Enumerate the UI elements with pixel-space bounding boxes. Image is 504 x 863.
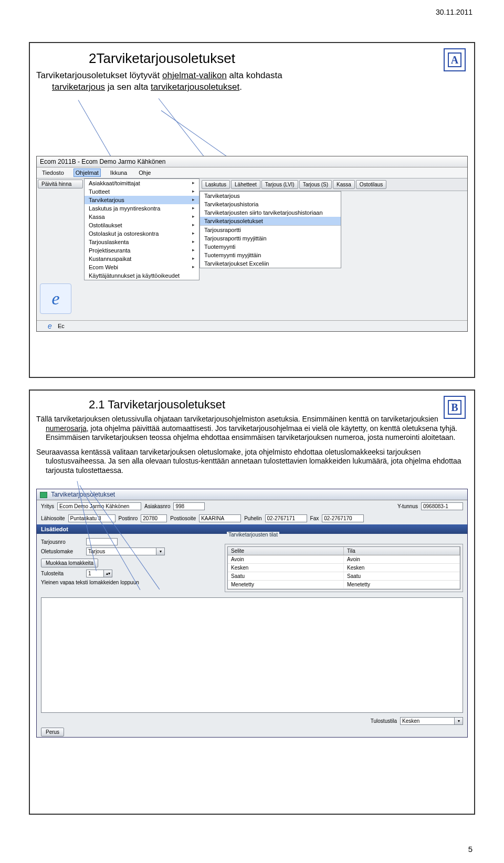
- dd1-item[interactable]: Ostolaskut ja ostoreskontra▸: [85, 229, 199, 238]
- toolbar-tarjous-lvi[interactable]: Tarjous (LVI): [261, 180, 298, 189]
- ecom-small-icon: e: [44, 322, 56, 330]
- lbl-tulosteita: Tulosteita: [41, 571, 83, 576]
- lbl-asiakasnro: Asiakasnro: [144, 503, 170, 509]
- dropdown-tarviketarjous: TarviketarjousTarviketarjoushistoriaTarv…: [200, 191, 341, 268]
- lbl-oletuslomake: Oletuslomake: [41, 549, 83, 554]
- p-a-seg1: Tarviketarjousoletukset löytyvät: [36, 70, 162, 80]
- toolbar-lahetteet[interactable]: Lähetteet: [231, 180, 260, 189]
- menu-tiedosto[interactable]: Tiedosto: [40, 169, 66, 177]
- menu-ikkuna[interactable]: Ikkuna: [108, 169, 129, 177]
- p-a-u3: tarviketarjousoletukset: [151, 82, 239, 92]
- document-date: 30.11.2011: [436, 8, 472, 16]
- toolbar: Laskutus Lähetteet Tarjous (LVI) Tarjous…: [200, 178, 467, 191]
- slide-a-title: 2Tarviketarjousoletukset: [89, 50, 468, 67]
- menu-ohje[interactable]: Ohje: [136, 169, 153, 177]
- fld-postinro[interactable]: 20780: [141, 514, 167, 522]
- left-column: Tarjousnro Oletuslomake Tarjous ▾ Muokka…: [41, 537, 219, 592]
- th-selite: Selite: [228, 547, 344, 555]
- lbl-tulostustila: Tulostustila: [371, 718, 397, 724]
- fld-postiosoite[interactable]: KAARINA: [199, 514, 241, 522]
- toolbar-kassa[interactable]: Kassa: [333, 180, 355, 189]
- spinner-icon[interactable]: ▴▾: [104, 570, 112, 577]
- dd1-item[interactable]: Projektiseuranta▸: [85, 246, 199, 255]
- free-text-area[interactable]: [41, 597, 463, 713]
- paivita-button[interactable]: Päivitä hinna: [38, 180, 83, 188]
- dd2-item[interactable]: Tarjousraportti myyjittäin: [200, 234, 341, 243]
- badge-a-letter: A: [448, 52, 461, 67]
- slide-a: A 2Tarviketarjousoletukset Tarviketarjou…: [29, 42, 475, 378]
- p-b1-u: numerosarja: [46, 424, 87, 433]
- fld-ytunnus[interactable]: 0968083-1: [421, 502, 463, 510]
- toolbar-tarjous-s[interactable]: Tarjous (S): [299, 180, 332, 189]
- lbl-lahiosoite: Lähiosoite: [41, 515, 65, 521]
- dd2-item[interactable]: Tuotemyynti: [200, 243, 341, 251]
- badge-b-letter: B: [448, 400, 461, 415]
- dd2-item[interactable]: Tarviketarjous: [200, 192, 341, 200]
- slide-a-paragraph: Tarviketarjousoletukset löytyvät ohjelma…: [36, 70, 468, 93]
- fld-tulosteita[interactable]: 1: [86, 570, 104, 577]
- window-title-bar: Ecom 2011B - Ecom Demo Jarmo Kähkönen: [37, 156, 467, 167]
- table-row[interactable]: MenetettyMenetetty: [228, 581, 460, 589]
- dd1-item[interactable]: Kassa▸: [85, 213, 199, 221]
- dd1-item[interactable]: Ostotilaukset▸: [85, 221, 199, 229]
- muokkaa-button[interactable]: Muokkaa lomakkeita: [41, 559, 98, 567]
- lbl-fax: Fax: [310, 515, 319, 521]
- dd1-item[interactable]: Kustannuspaikat▸: [85, 255, 199, 263]
- lbl-postiosoite: Postiosoite: [170, 515, 196, 521]
- slide-b-para1: Tällä tarviketarjouksen oletussivulla oh…: [36, 415, 468, 443]
- dd2-item[interactable]: Tarviketarjoukset Exceliin: [200, 259, 341, 268]
- dd2-item[interactable]: Tarviketarjousoletukset: [200, 217, 341, 225]
- lbl-ytunnus: Y-tunnus: [397, 503, 418, 509]
- p-b2: Seuraavassa kentässä valitaan tarviketar…: [36, 448, 468, 476]
- page-number: 5: [468, 845, 472, 854]
- p-a-seg3: ja sen alta: [105, 82, 151, 92]
- slide-b-title: 2.1 Tarviketarjousoletukset: [89, 398, 468, 412]
- toolbar-ostotilaus[interactable]: Ostotilaus: [356, 180, 386, 189]
- lbl-yritys: Yritys: [41, 503, 54, 509]
- lbl-puhelin: Puhelin: [244, 515, 261, 521]
- toolbar-laskutus[interactable]: Laskutus: [202, 180, 230, 189]
- dd2-item[interactable]: Tarviketarjoushistoria: [200, 200, 341, 208]
- p-a-seg2: alta kohdasta: [227, 70, 282, 80]
- badge-a: A: [444, 48, 466, 71]
- slide-b: B 2.1 Tarviketarjousoletukset Tällä tarv…: [29, 390, 475, 815]
- fld-tulostustila[interactable]: Kesken: [400, 717, 455, 725]
- menu-bar: Tiedosto Ohjelmat Ikkuna Ohje: [37, 167, 467, 178]
- table-row[interactable]: KeskenKesken: [228, 564, 460, 572]
- p-a-seg4: .: [239, 82, 242, 92]
- fld-asiakasnro[interactable]: 998: [173, 502, 205, 510]
- slide-b-para2: Seuraavassa kentässä valitaan tarviketar…: [36, 448, 468, 476]
- ec-label: Ec: [58, 323, 65, 329]
- th-tila: Tila: [344, 547, 460, 555]
- fld-oletuslomake[interactable]: Tarjous: [86, 548, 156, 555]
- dd2-item[interactable]: Tarjousraportti: [200, 226, 341, 234]
- menu-ohjelmat[interactable]: Ohjelmat: [74, 169, 101, 177]
- fld-puhelin[interactable]: 02-2767171: [265, 514, 307, 522]
- tilat-table: Selite Tila AvoinAvoinKeskenKeskenSaatuS…: [227, 546, 460, 590]
- dropdown-ohjelmat: Asiakkaat/toimittajat▸Tuotteet▸Tarviketa…: [84, 178, 200, 280]
- fld-fax[interactable]: 02-2767170: [322, 514, 364, 522]
- dd1-item[interactable]: Tarviketarjous▸: [85, 196, 199, 204]
- combo-down-icon[interactable]: ▾: [455, 717, 463, 725]
- table-row[interactable]: SaatuSaatu: [228, 572, 460, 581]
- badge-b: B: [444, 396, 466, 419]
- dd1-item[interactable]: Käyttäjätunnukset ja käyttöoikeudet: [85, 271, 199, 280]
- perus-button[interactable]: Perus: [41, 728, 64, 736]
- p-a-u2: tarviketarjous: [52, 82, 105, 92]
- dd2-item[interactable]: Tuotemyynti myyjittäin: [200, 251, 341, 259]
- dd1-item[interactable]: Laskutus ja myyntireskontra▸: [85, 204, 199, 213]
- combo-down-icon[interactable]: ▾: [156, 548, 165, 555]
- dd1-item[interactable]: Asiakkaat/toimittajat▸: [85, 179, 199, 187]
- right-column: Tarviketarjousten tilat Selite Tila Avoi…: [225, 537, 463, 592]
- group-tilat: Selite Tila AvoinAvoinKeskenKeskenSaatuS…: [225, 544, 463, 592]
- dd1-item[interactable]: Ecom Webi▸: [85, 263, 199, 271]
- settings-window: Tarviketarjousoletukset Yritys Ecom Demo…: [36, 489, 468, 738]
- settings-title-icon: [40, 492, 47, 498]
- lbl-tarjousnro: Tarjousnro: [41, 539, 83, 545]
- dd2-item[interactable]: Tarviketarjousten siirto tarviketarjoush…: [200, 208, 341, 217]
- dd1-item[interactable]: Tuotteet▸: [85, 187, 199, 196]
- dd1-item[interactable]: Tarjouslaskenta▸: [85, 238, 199, 246]
- table-row[interactable]: AvoinAvoin: [228, 555, 460, 564]
- ecom-logo: e: [40, 283, 71, 314]
- p-b1-a: Tällä tarviketarjouksen oletussivulla oh…: [36, 415, 438, 423]
